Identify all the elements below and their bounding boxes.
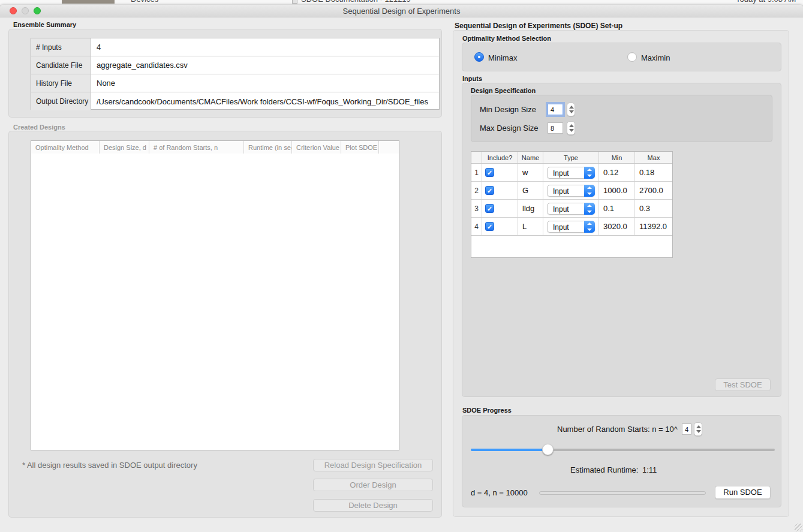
created-designs-panel: Optimality Method Design Size, d # of Ra… — [8, 131, 442, 518]
min-value: 0.12 — [599, 164, 635, 181]
row-value: /Users/candcook/Documents/CMACFiles/Work… — [91, 92, 439, 110]
table-row: 1 ✓ w Input 0.12 0.18 — [471, 164, 672, 182]
row-value: 4 — [91, 38, 439, 56]
type-dropdown-value: Input — [553, 223, 569, 232]
column-header[interactable]: Criterion Value — [292, 141, 341, 154]
min-design-size-stepper[interactable] — [567, 103, 575, 116]
column-header[interactable]: Runtime (in sec) — [244, 141, 292, 154]
delete-design-button[interactable]: Delete Design — [313, 499, 433, 512]
max-design-size-field[interactable]: 8 — [548, 122, 563, 134]
include-checkbox[interactable]: ✓ — [485, 168, 494, 177]
table-row: Candidate File aggregate_candidates.csv — [31, 56, 439, 74]
inputs-table-header: Include? Name Type Min Max — [471, 152, 672, 164]
estimated-runtime-label: Estimated Runtime: — [570, 465, 638, 474]
input-name: lldg — [518, 200, 543, 217]
run-progress-bar — [539, 491, 706, 495]
include-checkbox[interactable]: ✓ — [485, 222, 494, 231]
created-designs-list[interactable]: Optimality Method Design Size, d # of Ra… — [31, 140, 399, 450]
random-starts-label: Number of Random Starts: n = 10^ — [557, 425, 678, 434]
document-icon — [292, 0, 297, 4]
column-header: Name — [518, 152, 543, 163]
random-starts-stepper[interactable] — [694, 422, 702, 436]
titlebar[interactable]: Sequential Design of Experiments — [0, 5, 803, 17]
type-dropdown-value: Input — [553, 187, 569, 196]
column-header[interactable]: Optimality Method — [31, 141, 100, 154]
column-header: Type — [543, 152, 599, 163]
close-button[interactable] — [10, 7, 17, 14]
max-value: 11392.0 — [635, 218, 672, 235]
inputs-title: Inputs — [462, 75, 482, 82]
background-thumbnail-image — [62, 0, 115, 4]
random-starts-slider[interactable] — [471, 449, 775, 451]
column-header[interactable]: # of Random Starts, n — [149, 141, 244, 154]
run-sdoe-button[interactable]: Run SDOE — [715, 486, 771, 499]
min-design-size-field[interactable]: 4 — [548, 104, 563, 115]
run-status-label: d = 4, n = 10000 — [471, 488, 528, 497]
ensemble-summary-table: # Inputs 4 Candidate File aggregate_cand… — [31, 38, 440, 110]
table-row: History File None — [31, 74, 439, 92]
input-name: G — [518, 182, 543, 199]
table-row: 4 ✓ L Input 3020.0 11392.0 — [471, 218, 672, 236]
zoom-button[interactable] — [34, 7, 41, 14]
input-name: w — [518, 164, 543, 181]
setup-panel: Optimality Method Selection Minimax Maxi… — [453, 30, 789, 517]
slider-fill — [471, 449, 548, 451]
max-design-size-stepper[interactable] — [567, 121, 575, 135]
table-row: # Inputs 4 — [31, 38, 439, 56]
minimax-label: Minimax — [488, 53, 517, 62]
column-header: Include? — [482, 152, 518, 163]
type-dropdown-value: Input — [553, 205, 569, 214]
include-checkbox[interactable]: ✓ — [485, 186, 494, 195]
random-starts-field[interactable]: 4 — [682, 423, 691, 435]
maximin-radio[interactable] — [627, 52, 637, 62]
type-dropdown[interactable]: Input — [547, 221, 595, 233]
table-row: 3 ✓ lldg Input 0.1 0.3 — [471, 200, 672, 218]
reload-design-specification-button[interactable]: Reload Design Specification — [313, 459, 433, 471]
test-sdoe-button[interactable]: Test SDOE — [715, 378, 771, 391]
type-dropdown[interactable]: Input — [547, 167, 595, 179]
estimated-runtime-value: 1:11 — [642, 465, 657, 474]
max-value: 2700.0 — [635, 182, 672, 199]
background-window-strip: Devices SDOE Documentation - 121219 Toda… — [0, 0, 803, 5]
min-design-size-label: Min Design Size — [480, 105, 536, 114]
ensemble-summary-panel: # Inputs 4 Candidate File aggregate_cand… — [8, 29, 442, 118]
window-title: Sequential Design of Experiments — [0, 5, 803, 17]
chevron-up-down-icon — [584, 167, 595, 179]
background-doc-label: SDOE Documentation - 121219 — [301, 0, 411, 4]
created-designs-header: Optimality Method Design Size, d # of Ra… — [31, 141, 399, 154]
screen: Devices SDOE Documentation - 121219 Toda… — [0, 0, 803, 532]
sdoe-window: Sequential Design of Experiments Ensembl… — [0, 5, 803, 532]
column-header[interactable]: Plot SDOE — [341, 141, 379, 154]
slider-knob[interactable] — [542, 444, 554, 455]
sdoe-progress-title: SDOE Progress — [462, 407, 512, 414]
background-devices-label: Devices — [131, 0, 158, 4]
row-number: 4 — [471, 218, 482, 235]
min-value: 0.1 — [599, 200, 635, 217]
type-dropdown-value: Input — [553, 169, 569, 178]
minimax-radio[interactable] — [474, 52, 484, 62]
type-dropdown[interactable]: Input — [547, 203, 595, 215]
chevron-up-down-icon — [584, 185, 595, 197]
row-label: Output Directory — [31, 92, 91, 110]
row-value: None — [91, 74, 439, 92]
chevron-up-down-icon — [584, 203, 595, 215]
type-dropdown[interactable]: Input — [547, 185, 595, 197]
include-checkbox[interactable]: ✓ — [485, 204, 494, 213]
table-row: Output Directory /Users/candcook/Documen… — [31, 92, 439, 110]
setup-title: Sequential Design of Experiments (SDOE) … — [455, 22, 622, 30]
design-specification-title: Design Specification — [471, 87, 536, 94]
column-header: Min — [599, 152, 635, 163]
column-header[interactable]: Design Size, d — [100, 141, 149, 154]
resize-grip[interactable] — [795, 524, 802, 531]
inputs-table: Include? Name Type Min Max 1 ✓ w Input 0… — [471, 151, 673, 258]
order-design-button[interactable]: Order Design — [313, 479, 433, 491]
max-value: 0.18 — [635, 164, 672, 181]
row-label: # Inputs — [31, 38, 91, 56]
created-designs-title: Created Designs — [13, 124, 65, 131]
chevron-up-down-icon — [584, 221, 595, 233]
table-row: 2 ✓ G Input 1000.0 2700.0 — [471, 182, 672, 200]
minimize-button[interactable] — [22, 7, 29, 14]
row-number-header — [471, 152, 482, 163]
optimality-method-title: Optimality Method Selection — [462, 35, 551, 42]
row-number: 3 — [471, 200, 482, 217]
